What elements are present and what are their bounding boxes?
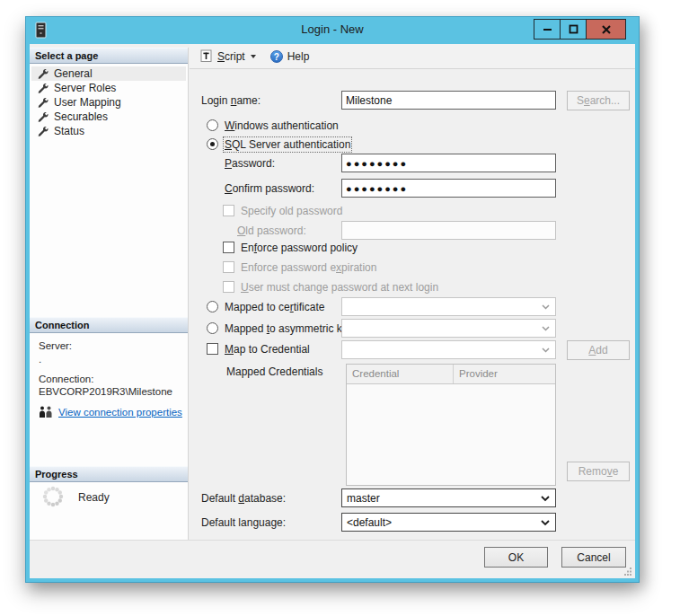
maximize-icon [569,24,578,34]
connection-header: Connection [30,317,188,333]
resize-grip[interactable] [623,567,632,576]
titlebar: Login - New [26,17,639,44]
script-icon [200,49,213,63]
script-button[interactable]: Script [197,47,260,66]
chevron-down-icon [542,326,550,331]
enforce-expiration-checkbox [223,261,234,273]
view-connection-properties-link[interactable]: View connection properties [58,407,182,418]
minimize-icon [543,24,552,34]
cancel-button[interactable]: Cancel [561,547,626,568]
column-header-credential: Credential [347,365,454,383]
password-input[interactable] [341,154,556,172]
specify-old-password-label: Specify old password [241,205,342,217]
help-button[interactable]: ? Help [267,47,314,66]
table-header-row: Credential Provider [347,365,555,384]
chevron-down-icon [541,520,550,526]
sidebar-item-label: Status [54,125,84,137]
chevron-down-icon [251,55,256,58]
confirm-password-label: Confirm password: [225,182,314,195]
connection-label: Connection: [39,374,93,384]
must-change-password-checkbox [223,281,234,293]
progress-spinner-icon [40,484,66,509]
help-icon: ? [270,50,283,63]
sql-auth-label: SQL Server authentication [225,138,350,151]
must-change-password-label: User must change password at next login [241,281,438,294]
enforce-expiration-label: Enforce password expiration [241,261,376,274]
old-password-label: Old password: [237,224,306,237]
password-label: Password: [225,157,275,170]
enforce-policy-checkbox[interactable] [223,242,234,253]
chevron-down-icon [541,496,550,502]
login-name-input[interactable] [341,91,556,110]
search-button: Search... [567,91,630,110]
windows-auth-label: Windows authentication [225,119,339,132]
map-to-credential-checkbox[interactable] [207,343,218,355]
mapped-credentials-table: Credential Provider [346,364,556,486]
windows-auth-radio[interactable] [207,119,218,131]
wrench-icon [37,111,49,123]
column-header-provider: Provider [454,365,555,383]
enforce-policy-label: Enforce password policy [241,242,358,254]
toolbar: Script ? Help [190,44,635,69]
ok-button[interactable]: OK [484,547,548,568]
sidebar-item-label: Securables [54,110,108,123]
server-value: . [39,354,41,365]
remove-button: Remove [567,462,630,481]
sidebar-item-general[interactable]: General [31,66,186,81]
default-database-label: Default database: [201,492,286,505]
chevron-down-icon [542,304,550,310]
old-password-input [341,221,556,240]
mapped-asym-key-radio[interactable] [207,322,218,334]
certificate-combobox [341,297,556,316]
help-label: Help [287,50,310,63]
sidebar-item-server-roles[interactable]: Server Roles [31,81,186,95]
wrench-icon [37,83,49,94]
mapped-credentials-label: Mapped Credentials [226,365,322,378]
login-new-dialog: Login - New Select a page General Server [25,16,640,583]
maximize-button[interactable] [560,19,587,40]
confirm-password-input[interactable] [341,179,556,198]
add-button: Add [567,340,630,360]
close-icon [601,24,612,35]
asym-key-combobox [341,319,556,338]
sidebar-item-securables[interactable]: Securables [31,110,186,124]
server-label: Server: [39,340,72,351]
wrench-icon [37,126,49,137]
default-language-value: <default> [347,516,392,529]
default-database-select[interactable]: master [341,488,556,507]
mapped-certificate-radio[interactable] [207,301,218,312]
sidebar-item-user-mapping[interactable]: User Mapping [31,95,186,110]
connection-properties-icon [39,406,53,418]
sidebar-item-status[interactable]: Status [31,124,186,138]
window-controls [534,19,626,40]
login-name-label: Login name: [201,94,261,107]
sql-auth-radio[interactable] [207,138,218,150]
default-language-label: Default language: [201,516,286,529]
sidebar-item-label: User Mapping [54,96,121,109]
progress-header: Progress [30,466,188,482]
wrench-icon [37,68,49,80]
dialog-footer: OK Cancel [30,540,635,578]
sidebar-item-label: Server Roles [54,82,116,94]
main-panel: Script ? Help Login name: Search... Wind… [190,44,635,540]
radio-dot [210,142,215,146]
connection-value: EBVCORP2019R3\Milestone [39,386,172,397]
script-label: Script [217,50,245,63]
mapped-asym-key-label: Mapped to asymmetric key [225,322,353,335]
sidebar-item-label: General [54,67,93,80]
chevron-down-icon [542,348,550,353]
progress-status: Ready [78,491,110,504]
credential-combobox [341,340,556,359]
map-to-credential-label: Map to Credential [225,343,310,356]
specify-old-password-checkbox [223,205,234,216]
wrench-icon [37,97,49,109]
minimize-button[interactable] [534,19,561,40]
default-language-select[interactable]: <default> [341,513,556,532]
dialog-body: Select a page General Server Roles User … [30,44,635,578]
default-database-value: master [347,492,380,505]
select-a-page-header: Select a page [30,48,188,64]
mapped-certificate-label: Mapped to certificate [225,301,324,313]
sidebar: Select a page General Server Roles User … [30,48,189,540]
close-button[interactable] [586,19,626,40]
